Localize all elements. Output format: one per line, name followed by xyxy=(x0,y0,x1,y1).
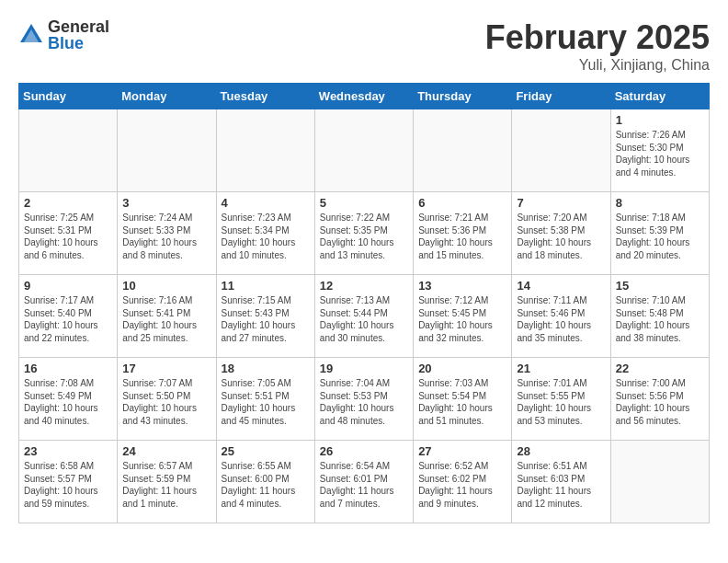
day-info: Sunrise: 6:54 AM Sunset: 6:01 PM Dayligh… xyxy=(320,460,408,510)
day-info: Sunrise: 7:10 AM Sunset: 5:48 PM Dayligh… xyxy=(616,294,704,344)
day-number: 4 xyxy=(222,196,310,210)
calendar-cell: 3Sunrise: 7:24 AM Sunset: 5:33 PM Daylig… xyxy=(118,192,216,275)
calendar-cell: 28Sunrise: 6:51 AM Sunset: 6:03 PM Dayli… xyxy=(512,441,610,523)
day-number: 7 xyxy=(517,196,605,210)
page-header: General Blue February 2025 Yuli, Xinjian… xyxy=(18,18,710,74)
calendar-cell xyxy=(19,109,118,192)
day-info: Sunrise: 6:55 AM Sunset: 6:00 PM Dayligh… xyxy=(222,460,310,510)
calendar-cell xyxy=(512,109,610,192)
calendar-table: SundayMondayTuesdayWednesdayThursdayFrid… xyxy=(18,83,710,523)
day-info: Sunrise: 6:51 AM Sunset: 6:03 PM Dayligh… xyxy=(517,460,605,510)
day-info: Sunrise: 7:05 AM Sunset: 5:51 PM Dayligh… xyxy=(222,377,310,427)
calendar-cell: 5Sunrise: 7:22 AM Sunset: 5:35 PM Daylig… xyxy=(314,192,413,275)
day-header-tuesday: Tuesday xyxy=(216,84,314,109)
calendar-cell: 20Sunrise: 7:03 AM Sunset: 5:54 PM Dayli… xyxy=(414,358,512,441)
calendar-cell: 1Sunrise: 7:26 AM Sunset: 5:30 PM Daylig… xyxy=(610,109,709,192)
day-header-wednesday: Wednesday xyxy=(314,84,413,109)
day-info: Sunrise: 7:07 AM Sunset: 5:50 PM Dayligh… xyxy=(122,377,210,427)
day-info: Sunrise: 7:00 AM Sunset: 5:56 PM Dayligh… xyxy=(616,377,704,427)
calendar-cell: 21Sunrise: 7:01 AM Sunset: 5:55 PM Dayli… xyxy=(512,358,610,441)
day-info: Sunrise: 7:11 AM Sunset: 5:46 PM Dayligh… xyxy=(517,294,605,344)
calendar-cell: 23Sunrise: 6:58 AM Sunset: 5:57 PM Dayli… xyxy=(19,441,118,523)
day-header-monday: Monday xyxy=(118,84,216,109)
logo: General Blue xyxy=(18,18,109,52)
day-number: 16 xyxy=(24,362,112,375)
calendar-cell: 7Sunrise: 7:20 AM Sunset: 5:38 PM Daylig… xyxy=(512,192,610,275)
day-number: 23 xyxy=(24,444,112,458)
calendar-cell xyxy=(414,109,512,192)
week-row-3: 9Sunrise: 7:17 AM Sunset: 5:40 PM Daylig… xyxy=(19,275,710,358)
calendar-cell: 16Sunrise: 7:08 AM Sunset: 5:49 PM Dayli… xyxy=(19,358,118,441)
location: Yuli, Xinjiang, China xyxy=(485,57,710,74)
day-number: 20 xyxy=(418,362,506,375)
day-number: 28 xyxy=(517,444,605,458)
day-info: Sunrise: 7:01 AM Sunset: 5:55 PM Dayligh… xyxy=(517,377,605,427)
day-info: Sunrise: 7:15 AM Sunset: 5:43 PM Dayligh… xyxy=(222,294,310,344)
title-area: February 2025 Yuli, Xinjiang, China xyxy=(485,18,710,74)
calendar-cell: 14Sunrise: 7:11 AM Sunset: 5:46 PM Dayli… xyxy=(512,275,610,358)
calendar-cell: 18Sunrise: 7:05 AM Sunset: 5:51 PM Dayli… xyxy=(216,358,314,441)
day-number: 22 xyxy=(616,362,704,375)
day-info: Sunrise: 7:22 AM Sunset: 5:35 PM Dayligh… xyxy=(320,212,408,261)
day-header-saturday: Saturday xyxy=(610,84,709,109)
day-number: 25 xyxy=(222,444,310,458)
calendar-cell: 6Sunrise: 7:21 AM Sunset: 5:36 PM Daylig… xyxy=(414,192,512,275)
day-number: 19 xyxy=(320,362,408,375)
calendar-cell xyxy=(118,109,216,192)
day-number: 27 xyxy=(418,444,506,458)
calendar-cell xyxy=(610,441,709,523)
calendar-header-row: SundayMondayTuesdayWednesdayThursdayFrid… xyxy=(19,84,710,109)
logo-icon xyxy=(18,22,44,48)
calendar-cell: 25Sunrise: 6:55 AM Sunset: 6:00 PM Dayli… xyxy=(216,441,314,523)
day-number: 12 xyxy=(320,279,408,293)
calendar-cell: 26Sunrise: 6:54 AM Sunset: 6:01 PM Dayli… xyxy=(314,441,413,523)
day-number: 8 xyxy=(616,196,704,210)
day-number: 11 xyxy=(222,279,310,293)
calendar-cell: 22Sunrise: 7:00 AM Sunset: 5:56 PM Dayli… xyxy=(610,358,709,441)
day-info: Sunrise: 7:08 AM Sunset: 5:49 PM Dayligh… xyxy=(24,377,112,427)
day-info: Sunrise: 7:21 AM Sunset: 5:36 PM Dayligh… xyxy=(418,212,506,261)
day-number: 13 xyxy=(418,279,506,293)
day-info: Sunrise: 7:23 AM Sunset: 5:34 PM Dayligh… xyxy=(222,212,310,261)
day-info: Sunrise: 7:17 AM Sunset: 5:40 PM Dayligh… xyxy=(24,294,112,344)
week-row-2: 2Sunrise: 7:25 AM Sunset: 5:31 PM Daylig… xyxy=(19,192,710,275)
calendar-cell: 8Sunrise: 7:18 AM Sunset: 5:39 PM Daylig… xyxy=(610,192,709,275)
day-number: 10 xyxy=(122,279,210,293)
day-number: 1 xyxy=(616,113,704,127)
day-info: Sunrise: 7:25 AM Sunset: 5:31 PM Dayligh… xyxy=(24,212,112,261)
day-header-friday: Friday xyxy=(512,84,610,109)
day-number: 2 xyxy=(24,196,112,210)
day-number: 6 xyxy=(418,196,506,210)
day-info: Sunrise: 7:12 AM Sunset: 5:45 PM Dayligh… xyxy=(418,294,506,344)
day-info: Sunrise: 7:04 AM Sunset: 5:53 PM Dayligh… xyxy=(320,377,408,427)
day-number: 18 xyxy=(222,362,310,375)
day-info: Sunrise: 7:13 AM Sunset: 5:44 PM Dayligh… xyxy=(320,294,408,344)
calendar-cell: 2Sunrise: 7:25 AM Sunset: 5:31 PM Daylig… xyxy=(19,192,118,275)
calendar-cell: 15Sunrise: 7:10 AM Sunset: 5:48 PM Dayli… xyxy=(610,275,709,358)
week-row-4: 16Sunrise: 7:08 AM Sunset: 5:49 PM Dayli… xyxy=(19,358,710,441)
day-number: 21 xyxy=(517,362,605,375)
day-info: Sunrise: 7:24 AM Sunset: 5:33 PM Dayligh… xyxy=(122,212,210,261)
day-number: 14 xyxy=(517,279,605,293)
calendar-cell: 17Sunrise: 7:07 AM Sunset: 5:50 PM Dayli… xyxy=(118,358,216,441)
week-row-1: 1Sunrise: 7:26 AM Sunset: 5:30 PM Daylig… xyxy=(19,109,710,192)
day-header-thursday: Thursday xyxy=(414,84,512,109)
day-info: Sunrise: 7:26 AM Sunset: 5:30 PM Dayligh… xyxy=(616,129,704,178)
calendar-cell: 4Sunrise: 7:23 AM Sunset: 5:34 PM Daylig… xyxy=(216,192,314,275)
calendar-cell: 24Sunrise: 6:57 AM Sunset: 5:59 PM Dayli… xyxy=(118,441,216,523)
day-info: Sunrise: 7:20 AM Sunset: 5:38 PM Dayligh… xyxy=(517,212,605,261)
calendar-cell: 12Sunrise: 7:13 AM Sunset: 5:44 PM Dayli… xyxy=(314,275,413,358)
day-header-sunday: Sunday xyxy=(19,84,118,109)
day-number: 5 xyxy=(320,196,408,210)
calendar-cell: 10Sunrise: 7:16 AM Sunset: 5:41 PM Dayli… xyxy=(118,275,216,358)
day-number: 26 xyxy=(320,444,408,458)
calendar-cell: 9Sunrise: 7:17 AM Sunset: 5:40 PM Daylig… xyxy=(19,275,118,358)
day-info: Sunrise: 6:58 AM Sunset: 5:57 PM Dayligh… xyxy=(24,460,112,510)
calendar-cell: 19Sunrise: 7:04 AM Sunset: 5:53 PM Dayli… xyxy=(314,358,413,441)
logo-text: General Blue xyxy=(48,18,109,52)
day-info: Sunrise: 6:52 AM Sunset: 6:02 PM Dayligh… xyxy=(418,460,506,510)
calendar-cell xyxy=(314,109,413,192)
calendar-cell xyxy=(216,109,314,192)
day-info: Sunrise: 7:16 AM Sunset: 5:41 PM Dayligh… xyxy=(122,294,210,344)
day-number: 24 xyxy=(122,444,210,458)
